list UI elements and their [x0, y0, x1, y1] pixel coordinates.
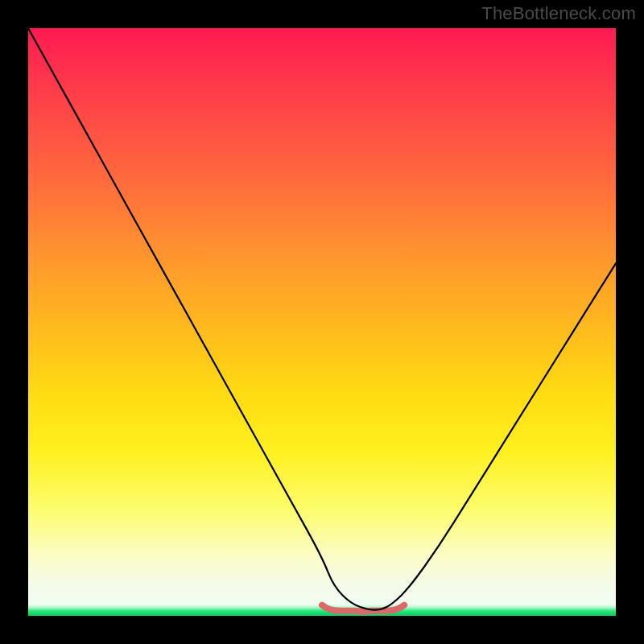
chart-frame: TheBottleneck.com [0, 0, 644, 644]
bottleneck-curve [28, 28, 616, 610]
plot-area [28, 28, 616, 616]
watermark-text: TheBottleneck.com [481, 3, 636, 24]
curve-layer [28, 28, 616, 616]
